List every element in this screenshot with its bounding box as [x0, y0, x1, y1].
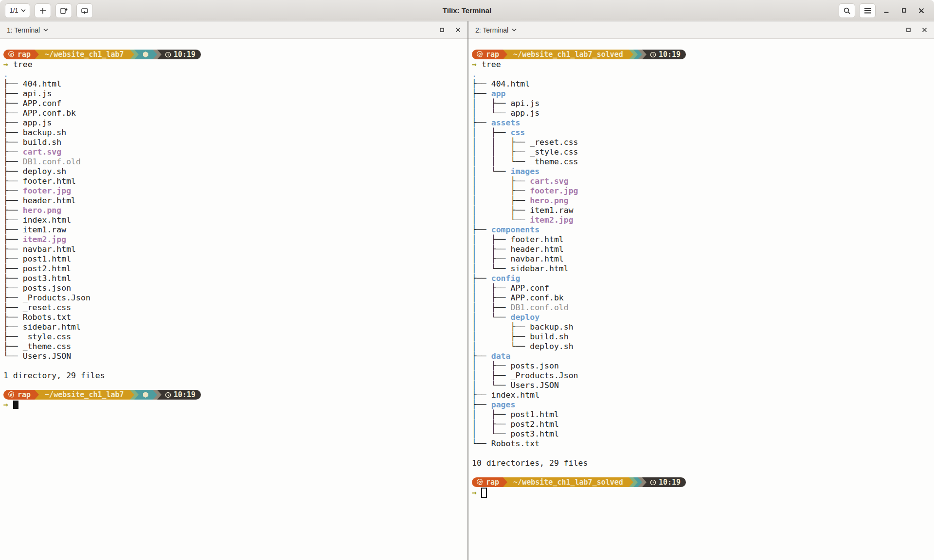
maximize-button[interactable] [897, 4, 911, 18]
tree-entry: ├── hero.png [3, 206, 467, 215]
tree-entry: │ └── post3.html [472, 429, 934, 439]
blank-line [472, 449, 934, 458]
tree-prefix: ├── [3, 342, 23, 351]
prompt-time-segment: 10:19 [162, 50, 201, 59]
powerline-separator [629, 50, 633, 59]
prompt-path: ~/website_ch1_lab7_solved [513, 477, 623, 487]
chevron-down-icon[interactable] [512, 28, 517, 32]
tree-prefix: ├── [3, 245, 23, 254]
powerline-separator [134, 390, 139, 400]
terminal-screen-2[interactable]: rap~/website_ch1_lab7_solved10:19→ tree.… [468, 39, 934, 560]
tree-prefix: │ │ ├── [472, 138, 530, 147]
file-name: posts.json [23, 283, 71, 293]
directory-name: images [510, 167, 539, 176]
file-name: item2.jpg [530, 215, 573, 225]
tree-prefix: ├── [3, 108, 23, 118]
new-session-button[interactable] [35, 3, 51, 18]
tree-entry: ├── footer.html [3, 176, 467, 186]
prompt-user-segment: rap [472, 50, 503, 59]
tree-prefix: │ ├── [472, 283, 510, 293]
powerline-separator [157, 390, 162, 400]
tree-entry: │ ├── backup.sh [472, 322, 934, 332]
tree-root: . [472, 70, 477, 79]
tree-root-line: . [3, 70, 467, 79]
tree-prefix: │ ├── [472, 332, 530, 341]
prompt-user: rap [18, 50, 31, 59]
tree-entry: │ └── deploy [472, 313, 934, 322]
tree-entry: ├── sidebar.html [3, 322, 467, 332]
tree-prefix: │ │ ├── [472, 147, 530, 157]
prompt-bar: rap~/website_ch1_lab710:19 [3, 50, 201, 59]
prompt-arrow: → [472, 488, 477, 497]
tree-entry: │ ├── build.sh [472, 332, 934, 342]
powerline-separator [642, 477, 647, 487]
pane-close-icon[interactable] [922, 27, 927, 33]
prompt-bar: rap~/website_ch1_lab7_solved10:19 [472, 477, 686, 487]
file-name: footer.jpg [530, 186, 578, 195]
tree-prefix: │ └── [472, 313, 510, 322]
tree-prefix: ├── [3, 118, 23, 127]
file-name: backup.sh [530, 322, 573, 332]
terminal-pane-2: 2: Terminal rap~/website_ch1_lab7_solved… [468, 21, 934, 560]
file-name: app.js [510, 108, 539, 118]
tree-entry: │ ├── APP.conf [472, 283, 934, 293]
clock-icon [650, 52, 656, 58]
minimize-button[interactable] [880, 4, 893, 18]
powerline-separator [35, 50, 39, 59]
tree-prefix: ├── [3, 167, 23, 176]
pane-maximize-icon[interactable] [439, 27, 445, 33]
terminal-screen-1[interactable]: rap~/website_ch1_lab710:19→ tree.├── 404… [0, 39, 467, 560]
tree-entry: ├── Robots.txt [3, 313, 467, 322]
terminal-cursor[interactable] [481, 488, 487, 498]
menu-button[interactable] [859, 3, 876, 18]
tree-entry: ├── APP.conf.bk [3, 108, 467, 118]
tree-prefix: ├── [3, 264, 23, 273]
tree-entry: │ └── images [472, 167, 934, 176]
tree-prefix: │ ├── [472, 186, 530, 195]
terminal-pane-1: 1: Terminal rap~/website_ch1_lab710:19→ … [0, 21, 467, 560]
prompt-user: rap [486, 477, 499, 487]
powerline-separator [633, 50, 638, 59]
hexagon-badge-icon [143, 392, 148, 398]
directory-name: config [491, 274, 521, 283]
split-terminal-right-button[interactable] [55, 3, 72, 18]
tree-prefix: │ └── [472, 264, 510, 273]
tree-entry: │ └── sidebar.html [472, 264, 934, 274]
command-line: → tree [472, 60, 934, 70]
command-line: → tree [3, 60, 467, 70]
close-button[interactable] [915, 4, 928, 18]
tree-entry: │ ├── posts.json [472, 361, 934, 371]
swirl-os-icon [8, 51, 15, 58]
tree-entry: │ │ ├── _reset.css [472, 138, 934, 147]
tree-prefix: │ ├── [472, 128, 510, 137]
session-selector-button[interactable]: 1/1 [5, 3, 30, 18]
tree-prefix: │ ├── [472, 410, 510, 419]
tree-entry: ├── footer.jpg [3, 186, 467, 196]
pane-close-icon[interactable] [455, 27, 461, 33]
prompt-arrow: → [3, 60, 13, 69]
tree-prefix: ├── [3, 293, 23, 302]
tree-prefix: │ ├── [472, 361, 510, 370]
powerline-separator [633, 477, 638, 487]
prompt-path: ~/website_ch1_lab7 [45, 50, 124, 59]
pane-2-title[interactable]: 2: Terminal [475, 26, 508, 34]
tree-prefix: ├── [3, 225, 23, 234]
hexagon-badge-icon [143, 52, 148, 57]
file-name: hero.png [23, 206, 61, 215]
chevron-down-icon[interactable] [43, 28, 48, 32]
tree-entry: ├── 404.html [472, 79, 934, 89]
prompt-path: ~/website_ch1_lab7 [45, 390, 124, 400]
terminal-cursor[interactable] [13, 401, 18, 409]
split-terminal-down-button[interactable] [76, 3, 93, 18]
tree-prefix: ├── [3, 79, 23, 88]
pane-1-title[interactable]: 1: Terminal [7, 26, 40, 34]
file-name: index.html [23, 215, 71, 225]
search-button[interactable] [839, 3, 855, 18]
pane-maximize-icon[interactable] [906, 27, 911, 33]
prompt-time-segment: 10:19 [647, 50, 686, 59]
window-title: Tilix: Terminal [0, 6, 934, 15]
tree-prefix: │ ├── [472, 99, 510, 108]
file-name: post1.html [23, 254, 71, 263]
prompt-user: rap [486, 50, 499, 59]
chevron-down-icon [21, 9, 26, 12]
